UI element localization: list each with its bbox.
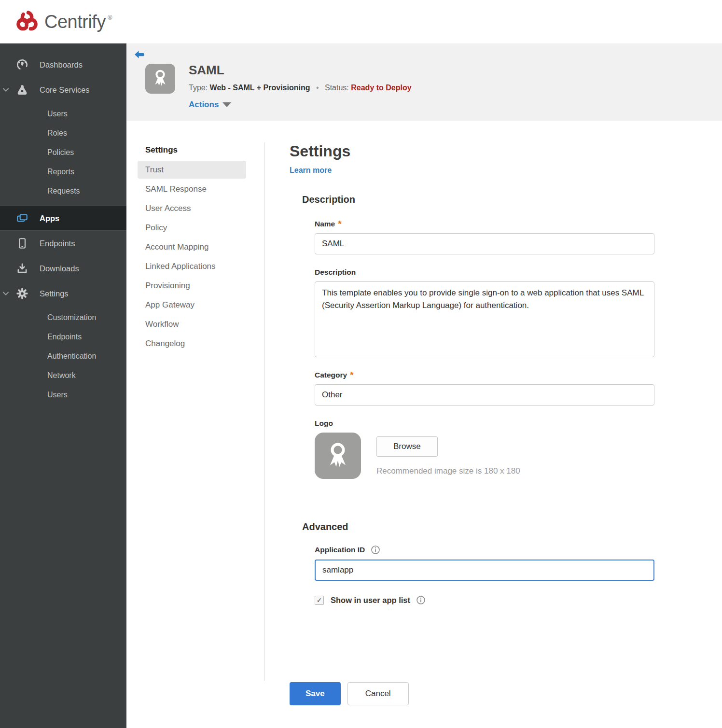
award-ribbon-icon: [151, 68, 170, 89]
settings-sublist: Customization Endpoints Authentication N…: [0, 306, 126, 409]
application-id-field[interactable]: [315, 560, 654, 581]
show-in-user-app-list-label: Show in user app list: [331, 595, 426, 605]
settings-subnav: Settings Trust SAML Response User Access…: [138, 142, 246, 728]
app-title: SAML: [189, 63, 412, 78]
description-label: Description: [315, 268, 356, 277]
brand-logo: Centrify ®: [14, 9, 112, 34]
sidebar-item-settings[interactable]: Settings: [0, 281, 126, 306]
sidebar-item-label: Dashboards: [40, 60, 83, 70]
centrify-swirl-icon: [14, 9, 40, 34]
application-id-label-row: Application ID: [315, 545, 654, 555]
show-in-user-app-list-checkbox[interactable]: [315, 596, 324, 605]
caret-down-icon: [222, 102, 231, 107]
subnav-item-linked-applications[interactable]: Linked Applications: [138, 257, 246, 275]
subnav-item-trust[interactable]: Trust: [138, 161, 246, 179]
gauge-icon: [16, 58, 28, 71]
core-services-sublist: Users Roles Policies Reports Requests: [0, 102, 126, 206]
application-id-label: Application ID: [315, 546, 365, 554]
sidebar-item-core-services[interactable]: Core Services: [0, 77, 126, 102]
logo-label: Logo: [315, 419, 333, 428]
brand-name: Centrify: [44, 12, 106, 32]
back-arrow-icon[interactable]: [134, 50, 145, 60]
subnav-item-saml-response[interactable]: SAML Response: [138, 180, 246, 198]
sidebar-item-label: Settings: [40, 289, 69, 298]
type-label: Type:: [189, 84, 208, 92]
sidebar-item-network[interactable]: Network: [0, 366, 126, 385]
app-logo-badge: [145, 64, 175, 94]
download-icon: [16, 262, 28, 275]
sidebar-item-endpoints[interactable]: Endpoints: [0, 231, 126, 256]
sidebar-item-policies[interactable]: Policies: [0, 143, 126, 162]
chevron-down-icon[interactable]: [2, 291, 9, 296]
type-value: Web - SAML + Provisioning: [210, 84, 310, 92]
subnav-heading: Settings: [138, 142, 246, 161]
category-label: Category: [315, 371, 347, 379]
sidebar-item-dashboards[interactable]: Dashboards: [0, 52, 126, 77]
sidebar-item-settings-endpoints[interactable]: Endpoints: [0, 327, 126, 347]
required-asterisk: *: [338, 222, 341, 226]
app-header: SAML Type: Web - SAML + Provisioning • S…: [126, 43, 722, 121]
subnav-item-workflow[interactable]: Workflow: [138, 315, 246, 333]
top-bar: Centrify ®: [0, 0, 722, 43]
actions-label: Actions: [189, 100, 219, 110]
subnav-item-account-mapping[interactable]: Account Mapping: [138, 238, 246, 256]
cancel-button[interactable]: Cancel: [347, 682, 409, 705]
subnav-item-policy[interactable]: Policy: [138, 219, 246, 237]
learn-more-link[interactable]: Learn more: [290, 166, 332, 175]
name-label-row: Name *: [315, 220, 654, 228]
subnav-item-user-access[interactable]: User Access: [138, 199, 246, 217]
logo-label-row: Logo: [315, 419, 654, 428]
page-title: Settings: [290, 142, 654, 160]
advanced-section-title: Advanced: [302, 521, 654, 532]
logo-preview: [315, 433, 361, 479]
subnav-item-app-gateway[interactable]: App Gateway: [138, 296, 246, 314]
chevron-down-icon[interactable]: [2, 87, 9, 93]
category-field[interactable]: [315, 384, 654, 406]
sidebar-item-customization[interactable]: Customization: [0, 308, 126, 327]
name-field[interactable]: [315, 233, 654, 254]
status-label: Status:: [325, 84, 349, 92]
info-icon[interactable]: [371, 545, 380, 555]
sidebar-item-apps[interactable]: Apps: [0, 206, 126, 231]
meta-separator: •: [316, 84, 319, 92]
name-label: Name: [315, 220, 335, 228]
status-badge: Ready to Deploy: [351, 84, 411, 92]
logo-size-hint: Recommended image size is 180 x 180: [376, 466, 520, 476]
sidebar-item-downloads[interactable]: Downloads: [0, 256, 126, 281]
save-button[interactable]: Save: [290, 682, 341, 705]
category-label-row: Category *: [315, 371, 654, 379]
vertical-divider: [264, 142, 265, 681]
registered-mark: ®: [108, 14, 112, 21]
gear-icon: [16, 287, 28, 300]
core-services-icon: [16, 84, 28, 96]
settings-form: Settings Learn more Description Name * D…: [290, 142, 654, 728]
actions-dropdown[interactable]: Actions: [189, 100, 231, 110]
info-icon[interactable]: [416, 595, 426, 605]
sidebar-item-label: Apps: [40, 214, 59, 223]
sidebar-item-label: Downloads: [40, 264, 79, 273]
sidebar-item-users[interactable]: Users: [0, 104, 126, 124]
description-label-row: Description: [315, 268, 654, 277]
subnav-item-changelog[interactable]: Changelog: [138, 335, 246, 352]
description-field[interactable]: This template enables you to provide sin…: [315, 281, 654, 357]
sidebar-item-requests[interactable]: Requests: [0, 182, 126, 201]
award-ribbon-icon: [323, 440, 352, 471]
required-asterisk: *: [350, 373, 353, 378]
mobile-device-icon: [16, 237, 28, 250]
apps-icon: [16, 212, 28, 224]
subnav-item-provisioning[interactable]: Provisioning: [138, 277, 246, 294]
sidebar-item-label: Endpoints: [40, 239, 75, 248]
app-meta-line: Type: Web - SAML + Provisioning • Status…: [189, 84, 412, 92]
sidebar-item-authentication[interactable]: Authentication: [0, 347, 126, 366]
sidebar-item-settings-users[interactable]: Users: [0, 385, 126, 405]
sidebar: Dashboards Core Services Users Roles Pol…: [0, 43, 126, 728]
sidebar-item-roles[interactable]: Roles: [0, 124, 126, 143]
description-section-title: Description: [302, 194, 654, 205]
browse-button[interactable]: Browse: [376, 436, 438, 457]
sidebar-item-label: Core Services: [40, 85, 90, 95]
sidebar-item-reports[interactable]: Reports: [0, 162, 126, 182]
